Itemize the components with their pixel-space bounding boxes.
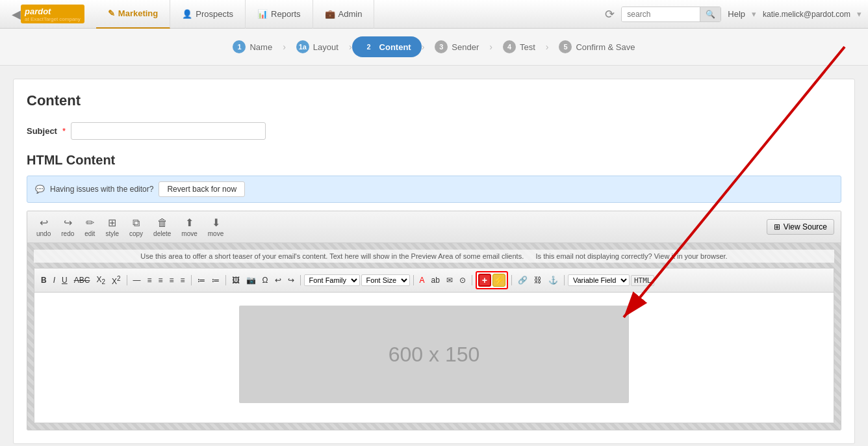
nav-item-reports[interactable]: 📊 Reports <box>246 0 313 29</box>
revert-button[interactable]: Revert back for now <box>159 181 245 197</box>
editor-strip-notice: Use this area to offer a short teaser of… <box>34 250 834 263</box>
lightning-button[interactable]: ⚡ <box>492 274 505 287</box>
subscript-button[interactable]: X2 <box>94 274 108 287</box>
media-button[interactable]: 📷 <box>244 274 259 286</box>
html-button[interactable]: HTML <box>631 275 655 286</box>
redo-icon: ↪ <box>64 216 72 229</box>
copy-button[interactable]: ⧉ copy <box>127 216 146 239</box>
nav-item-prospects[interactable]: 👤 Prospects <box>170 0 246 29</box>
step-content[interactable]: 2 Content <box>352 36 422 57</box>
strikethrough-button[interactable]: ABC <box>71 274 93 286</box>
editor-striped-area: Use this area to offer a short teaser of… <box>27 243 841 430</box>
align-right-button[interactable]: ≡ <box>167 274 177 286</box>
step-layout[interactable]: 1a Layout <box>286 36 349 57</box>
step-sender[interactable]: 3 Sender <box>424 36 489 57</box>
italic-button[interactable]: I <box>51 274 58 286</box>
step-num-name: 1 <box>233 40 246 53</box>
undo-button[interactable]: ↩ undo <box>34 215 53 239</box>
underline-button[interactable]: U <box>59 274 70 286</box>
nav-item-admin[interactable]: 💼 Admin <box>313 0 375 29</box>
font-color-button[interactable]: A <box>417 274 428 286</box>
user-menu[interactable]: katie.melick@pardot.com <box>763 10 850 19</box>
editor-notice-bar: 💬 Having issues with the editor? Revert … <box>27 176 841 203</box>
align-left-button[interactable]: ≡ <box>145 274 155 286</box>
editor-content-area[interactable]: 600 x 150 <box>34 293 834 423</box>
delete-button[interactable]: 🗑 delete <box>151 216 173 239</box>
anchor-button[interactable]: ⚓ <box>546 274 561 286</box>
code-view-button[interactable]: ⊙ <box>457 274 468 286</box>
edit-icon: ✏ <box>86 216 94 229</box>
toolbar-sep-5 <box>413 275 414 285</box>
logo[interactable]: ◀ pardot at ExactTarget company <box>6 2 90 26</box>
top-nav: ◀ pardot at ExactTarget company ✎ Market… <box>0 0 868 29</box>
superscript-button[interactable]: X2 <box>109 274 123 287</box>
reports-icon: 📊 <box>257 9 268 19</box>
style-button[interactable]: ⊞ style <box>103 215 121 239</box>
move-down-icon: ⬇ <box>212 216 220 229</box>
marketing-icon: ✎ <box>108 8 115 18</box>
page-title: Content <box>27 92 841 109</box>
move-down-button[interactable]: ⬇ move <box>205 215 226 239</box>
link-button[interactable]: 🔗 <box>515 274 530 286</box>
editor-container: ↩ undo ↪ redo ✏ edit ⊞ style <box>27 211 841 430</box>
image-button[interactable]: 🖼 <box>229 274 242 286</box>
subject-input[interactable] <box>71 122 266 140</box>
variable-field-select[interactable]: Variable Field <box>568 274 630 286</box>
justify-button[interactable]: ≡ <box>178 274 188 286</box>
step-num-layout: 1a <box>296 40 309 53</box>
view-source-icon: ⊞ <box>774 222 780 231</box>
subject-label: Subject <box>27 126 57 136</box>
move-up-icon: ⬆ <box>185 216 194 229</box>
prospects-icon: 👤 <box>182 9 192 19</box>
edit-button[interactable]: ✏ edit <box>82 215 97 239</box>
nav-item-marketing[interactable]: ✎ Marketing <box>96 0 170 29</box>
step-num-content: 2 <box>363 40 376 53</box>
ordered-list-button[interactable]: ≔ <box>209 274 222 286</box>
highlight-button[interactable]: ab <box>429 274 442 286</box>
content-panel: Content Subject * HTML Content 💬 Having … <box>13 79 855 444</box>
step-confirm-save[interactable]: 5 Confirm & Save <box>548 36 645 57</box>
copy-icon: ⧉ <box>133 217 140 229</box>
add-element-button[interactable]: + <box>478 274 491 287</box>
undo-icon: ↩ <box>40 216 48 229</box>
step-arrow-2: › <box>349 42 352 52</box>
style-icon: ⊞ <box>108 216 116 229</box>
search-input[interactable] <box>622 7 700 21</box>
help-button[interactable]: Help <box>728 9 745 19</box>
main-content: Content Subject * HTML Content 💬 Having … <box>0 66 868 446</box>
font-family-select[interactable]: Font Family <box>304 274 360 286</box>
link2-button[interactable]: ⛓ <box>531 274 544 286</box>
view-source-button[interactable]: ⊞ View Source <box>767 219 834 235</box>
search-box: 🔍 <box>621 7 721 22</box>
html-content-title: HTML Content <box>27 153 841 168</box>
bold-button[interactable]: B <box>38 274 49 286</box>
step-test[interactable]: 4 Test <box>492 36 546 57</box>
rich-text-toolbar: B I U ABC X2 X2 — ≡ ≡ ≡ ≡ <box>34 269 834 293</box>
template-button[interactable]: ✉ <box>444 274 455 286</box>
search-button[interactable]: 🔍 <box>700 7 721 21</box>
step-name[interactable]: 1 Name <box>222 36 283 57</box>
redo-rt-button[interactable]: ↪ <box>285 274 297 286</box>
toolbar-sep-3 <box>225 275 226 285</box>
toolbar-sep-2 <box>191 275 192 285</box>
special-char-button[interactable]: Ω <box>260 274 271 286</box>
logo-arrow-icon: ◀ <box>12 7 21 21</box>
delete-icon: 🗑 <box>157 217 168 229</box>
editor-top-toolbar: ↩ undo ↪ redo ✏ edit ⊞ style <box>27 211 841 243</box>
unordered-list-button[interactable]: ≔ <box>195 274 208 286</box>
logo-text: pardot at ExactTarget company <box>21 5 84 23</box>
redo-button[interactable]: ↪ redo <box>58 215 77 239</box>
undo-rt-button[interactable]: ↩ <box>272 274 284 286</box>
admin-icon: 💼 <box>325 9 335 19</box>
move-up-button[interactable]: ⬆ move <box>179 215 199 239</box>
align-center-button[interactable]: ≡ <box>156 274 166 286</box>
user-dropdown-icon: ▾ <box>857 9 862 19</box>
notice-icon: 💬 <box>35 185 45 194</box>
hrule-button[interactable]: — <box>131 274 144 286</box>
font-size-select[interactable]: Font Size <box>361 274 410 286</box>
refresh-icon[interactable]: ⟳ <box>605 7 615 21</box>
nav-right: ⟳ 🔍 Help ▾ katie.melick@pardot.com ▾ <box>605 7 862 22</box>
help-dropdown-icon: ▾ <box>752 9 756 19</box>
step-num-test: 4 <box>503 40 516 53</box>
toolbar-sep-8 <box>564 275 565 285</box>
